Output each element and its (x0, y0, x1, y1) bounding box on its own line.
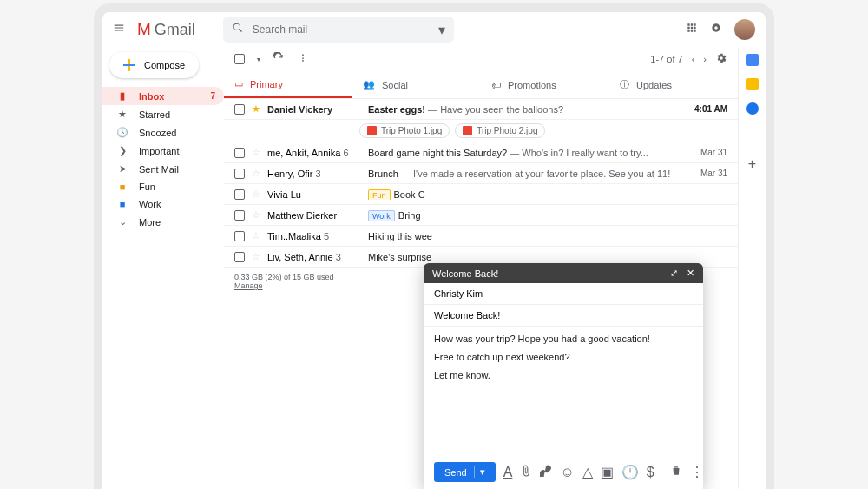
confidential-icon[interactable]: 🕒 (621, 464, 639, 480)
send-button[interactable]: Send ▾ (434, 462, 496, 482)
sender: Daniel Vickery (267, 104, 361, 115)
search-input[interactable] (253, 23, 431, 36)
row-checkbox[interactable] (234, 169, 245, 179)
to-field[interactable]: Christy Kim (424, 283, 703, 305)
tab-icon: 👥 (363, 79, 375, 90)
expand-icon[interactable]: ⤢ (670, 268, 678, 279)
tab-icon: ⓘ (620, 78, 629, 91)
refresh-icon[interactable] (273, 52, 285, 66)
subject-line: Easter eggs! — Have you seen the balloon… (368, 104, 684, 115)
drive-icon[interactable]: △ (582, 464, 593, 480)
attach-icon[interactable] (520, 465, 532, 480)
prev-page-icon[interactable]: ‹ (692, 54, 695, 64)
category-tabs: ▭Primary👥Social🏷PromotionsⓘUpdates (224, 71, 738, 99)
row-checkbox[interactable] (234, 148, 245, 158)
nav-fun[interactable]: ■Fun (102, 178, 224, 195)
attachment-chip[interactable]: Trip Photo 1.jpg (359, 123, 450, 138)
calendar-addon-icon[interactable] (746, 54, 759, 66)
body-line: How was your trip? Hope you had a good v… (434, 334, 693, 344)
email-row[interactable]: ☆ me, Ankit, Annika 6 Board game night t… (224, 142, 738, 163)
email-row[interactable]: ☆ Vivia Lu FunBook C (224, 184, 738, 205)
star-icon[interactable]: ☆ (252, 209, 260, 221)
star-icon[interactable]: ☆ (252, 251, 260, 262)
subject-line: FunBook C (368, 189, 684, 200)
star-icon[interactable]: ☆ (252, 230, 260, 241)
next-page-icon[interactable]: › (703, 54, 707, 64)
important-icon: ❯ (116, 145, 128, 156)
logo[interactable]: M Gmail (137, 20, 195, 39)
email-row[interactable]: ★ Daniel Vickery Easter eggs! — Have you… (224, 99, 738, 120)
label-chip[interactable]: Work (368, 210, 395, 221)
compose-header[interactable]: Welcome Back! – ⤢ ✕ (424, 263, 703, 283)
star-icon[interactable]: ☆ (252, 147, 260, 158)
account-avatar[interactable] (734, 19, 755, 40)
sender: Matthew Dierker (267, 210, 361, 221)
link-icon[interactable] (540, 465, 552, 480)
tab-social[interactable]: 👥Social (352, 71, 481, 98)
subject-line: Mike's surprise (368, 252, 684, 262)
search-dropdown-icon[interactable]: ▾ (438, 22, 445, 38)
sender: Liv, Seth, Annie 3 (267, 252, 361, 262)
nav-sent-mail[interactable]: ➤Sent Mail (102, 160, 224, 178)
nav-more[interactable]: ⌄More (102, 213, 224, 231)
star-icon[interactable]: ★ (252, 103, 260, 115)
more-icon[interactable] (297, 52, 309, 66)
send-options-icon[interactable]: ▾ (474, 466, 485, 478)
compose-more-icon[interactable]: ⋮ (690, 464, 704, 480)
nav-work[interactable]: ■Work (102, 195, 224, 213)
tab-promotions[interactable]: 🏷Promotions (481, 71, 609, 98)
money-icon[interactable]: $ (647, 465, 654, 480)
star-icon[interactable]: ☆ (252, 188, 260, 200)
settings-icon[interactable] (715, 52, 727, 66)
select-dropdown-icon[interactable]: ▾ (257, 56, 260, 63)
tab-label: Social (382, 80, 408, 90)
nav-snoozed[interactable]: 🕓Snoozed (102, 123, 224, 142)
compose-window: Welcome Back! – ⤢ ✕ Christy Kim Welcome … (424, 263, 703, 489)
email-row[interactable]: ☆ Henry, Ofir 3 Brunch — I've made a res… (224, 163, 738, 184)
search-bar[interactable]: ▾ (223, 17, 455, 43)
tab-primary[interactable]: ▭Primary (224, 71, 352, 98)
compose-title: Welcome Back! (432, 268, 498, 279)
attachment-chip[interactable]: Trip Photo 2.jpg (455, 123, 545, 138)
email-row[interactable]: ☆ Matthew Dierker WorkBring (224, 205, 738, 226)
close-icon[interactable]: ✕ (687, 268, 694, 279)
compose-toolbar: Send ▾ A ☺ △ ▣ 🕒 $ ⋮ (424, 455, 703, 489)
tasks-addon-icon[interactable] (746, 102, 759, 115)
inbox-icon: ▮ (116, 90, 128, 102)
select-all-checkbox[interactable] (234, 54, 245, 64)
star-icon[interactable]: ☆ (252, 168, 260, 179)
row-checkbox[interactable] (234, 104, 245, 115)
nav-label: Sent Mail (139, 164, 179, 175)
send-icon: ➤ (116, 163, 128, 175)
subject-line: Hiking this wee (368, 231, 684, 241)
app-name: Gmail (155, 21, 195, 39)
format-icon[interactable]: A (503, 465, 513, 480)
photo-icon[interactable]: ▣ (601, 464, 614, 480)
apps-icon[interactable] (686, 22, 698, 37)
label-chip[interactable]: Fun (368, 189, 391, 200)
nav-starred[interactable]: ★Starred (102, 105, 224, 123)
keep-addon-icon[interactable] (746, 78, 759, 90)
notifications-icon[interactable] (710, 22, 722, 37)
nav-inbox[interactable]: ▮Inbox7 (102, 87, 224, 105)
sender: me, Ankit, Annika 6 (267, 148, 361, 158)
minimize-icon[interactable]: – (656, 268, 661, 279)
row-checkbox[interactable] (234, 189, 245, 200)
emoji-icon[interactable]: ☺ (560, 465, 574, 480)
svg-point-1 (714, 26, 718, 30)
row-checkbox[interactable] (234, 210, 245, 221)
row-checkbox[interactable] (234, 252, 245, 262)
content-area: ▾ 1-7 of 7 ‹ › ▭Primary👥Social🏷Promotion… (224, 47, 738, 489)
tab-updates[interactable]: ⓘUpdates (609, 71, 738, 98)
email-row[interactable]: ☆ Tim..Maalika 5 Hiking this wee (224, 226, 738, 247)
nav-important[interactable]: ❯Important (102, 142, 224, 160)
row-checkbox[interactable] (234, 231, 245, 241)
compose-body[interactable]: How was your trip? Hope you had a good v… (424, 327, 703, 455)
subject-field[interactable]: Welcome Back! (424, 305, 703, 327)
get-addons-icon[interactable]: + (748, 156, 756, 172)
manage-storage-link[interactable]: Manage (234, 281, 263, 290)
discard-icon[interactable] (670, 465, 682, 480)
menu-icon[interactable] (113, 22, 128, 37)
header: M Gmail ▾ (102, 12, 766, 47)
compose-button[interactable]: Compose (109, 52, 199, 78)
